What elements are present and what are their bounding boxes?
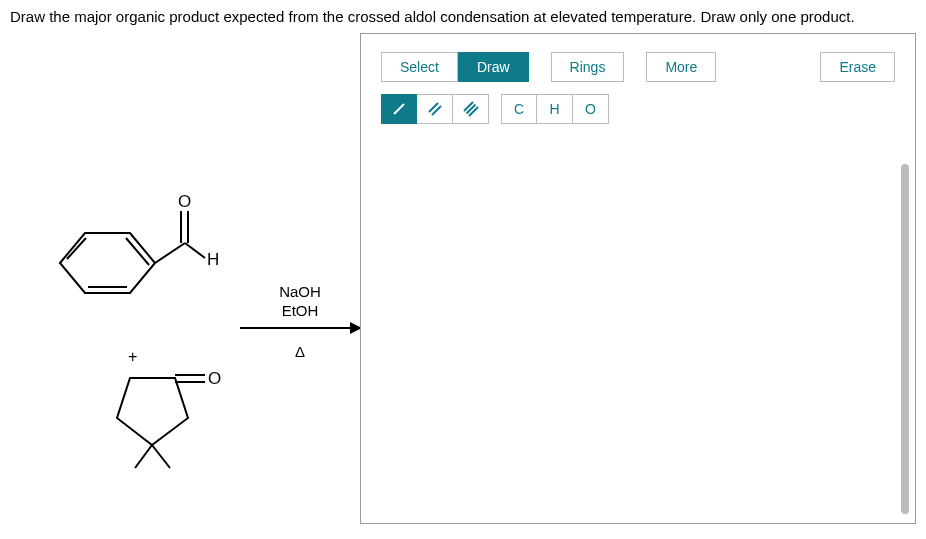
svg-line-5 <box>185 243 205 258</box>
draw-button[interactable]: Draw <box>458 52 529 82</box>
svg-line-4 <box>155 243 185 263</box>
benzaldehyde-structure: O H <box>30 193 220 327</box>
double-bond-button[interactable] <box>417 94 453 124</box>
svg-marker-0 <box>60 233 155 293</box>
arrow-line <box>240 327 360 329</box>
toolbar: Select Draw Rings More Erase <box>361 34 915 124</box>
question-text: Draw the major organic product expected … <box>0 0 926 33</box>
drawing-canvas-panel: Select Draw Rings More Erase <box>360 33 916 524</box>
svg-marker-8 <box>117 378 188 445</box>
erase-button[interactable]: Erase <box>820 52 895 82</box>
hydrogen-label: H <box>207 250 219 269</box>
reactants-panel: O H + O <box>0 33 360 532</box>
oxygen-button[interactable]: O <box>573 94 609 124</box>
rings-button[interactable]: Rings <box>551 52 625 82</box>
dimethylcyclopentanone-structure: O <box>90 363 240 477</box>
svg-line-12 <box>152 445 170 468</box>
reagent-etoh: EtOH <box>240 302 360 321</box>
bond-group <box>381 94 489 124</box>
mode-row: Select Draw Rings More Erase <box>381 52 895 82</box>
svg-line-1 <box>67 238 86 259</box>
scrollbar[interactable] <box>901 164 909 514</box>
oxygen-label: O <box>178 193 191 211</box>
svg-line-13 <box>394 104 404 114</box>
triple-bond-button[interactable] <box>453 94 489 124</box>
bond-element-row: C H O <box>381 94 895 124</box>
reagent-naoh: NaOH <box>240 283 360 302</box>
carbon-button[interactable]: C <box>501 94 537 124</box>
select-button[interactable]: Select <box>381 52 458 82</box>
svg-line-11 <box>135 445 152 468</box>
reaction-arrow: NaOH EtOH Δ <box>240 283 360 360</box>
heat-symbol: Δ <box>240 343 360 360</box>
hydrogen-button[interactable]: H <box>537 94 573 124</box>
single-bond-button[interactable] <box>381 94 417 124</box>
main-area: O H + O <box>0 33 926 532</box>
element-group: C H O <box>501 94 609 124</box>
ketone-oxygen-label: O <box>208 369 221 388</box>
more-button[interactable]: More <box>646 52 716 82</box>
